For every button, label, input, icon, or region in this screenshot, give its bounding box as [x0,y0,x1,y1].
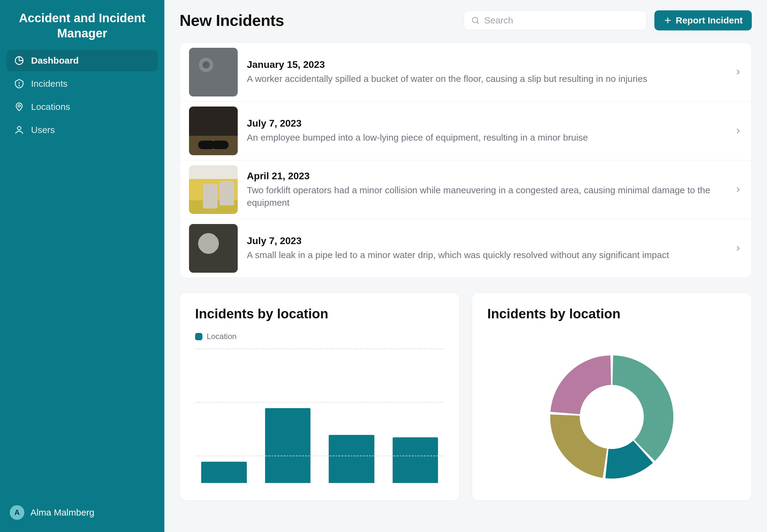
sidebar: Accident and Incident Manager Dashboard … [0,0,164,532]
charts-row: Incidents by location Location Incidents… [180,292,752,501]
incident-date: July 7, 2023 [247,235,725,247]
incident-description: A worker accidentally spilled a bucket o… [247,73,725,85]
plus-icon [664,16,672,25]
incident-date: April 21, 2023 [247,170,725,182]
sidebar-item-incidents[interactable]: Incidents [7,73,158,94]
app-title: Accident and Incident Manager [7,9,158,50]
sidebar-item-dashboard[interactable]: Dashboard [7,50,158,71]
chevron-right-icon [734,244,742,253]
incident-row[interactable]: January 15, 2023 A worker accidentally s… [180,43,751,102]
donut-chart-card: Incidents by location [472,292,752,501]
sidebar-item-label: Dashboard [31,55,79,66]
donut-slice [550,355,611,414]
legend-label: Location [207,332,236,341]
search-box[interactable] [464,11,646,30]
svg-point-3 [18,105,20,107]
page-title: New Incidents [180,11,456,30]
svg-point-4 [17,127,21,130]
avatar: A [10,505,24,520]
svg-point-2 [19,86,19,86]
incident-description: An employee bumped into a low-lying piec… [247,131,725,144]
incident-text: April 21, 2023 Two forklift operators ha… [247,170,725,209]
incident-thumbnail [189,48,238,96]
chart-bar [201,462,247,483]
sidebar-item-label: Incidents [31,79,68,89]
svg-line-6 [477,22,479,24]
report-incident-label: Report Incident [676,15,743,26]
donut-slice [550,415,607,478]
chart-title: Incidents by location [487,306,736,321]
chart-bar [329,435,374,483]
pin-icon [14,102,24,112]
chart-title: Incidents by location [195,306,444,321]
search-input[interactable] [484,15,639,26]
incident-thumbnail [189,224,238,273]
incidents-list: January 15, 2023 A worker accidentally s… [180,43,752,278]
incident-row[interactable]: July 7, 2023 An employee bumped into a l… [180,102,751,160]
alert-icon [14,79,24,89]
incident-thumbnail [189,165,238,214]
chart-bar [393,437,438,483]
chevron-right-icon [734,127,742,135]
incident-description: A small leak in a pipe led to a minor wa… [247,249,725,261]
topbar: New Incidents Report Incident [180,10,752,30]
chart-bar [265,408,311,483]
incident-text: July 7, 2023 An employee bumped into a l… [247,118,725,144]
incident-text: July 7, 2023 A small leak in a pipe led … [247,235,725,261]
donut-slice [612,355,673,461]
incident-description: Two forklift operators had a minor colli… [247,184,725,209]
incident-row[interactable]: April 21, 2023 Two forklift operators ha… [180,160,751,219]
sidebar-item-users[interactable]: Users [7,119,158,141]
incident-date: July 7, 2023 [247,118,725,129]
donut-chart [487,332,736,487]
chevron-right-icon [734,185,742,194]
incident-date: January 15, 2023 [247,59,725,70]
legend-swatch [195,333,202,340]
main: New Incidents Report Incident January 15… [164,0,767,532]
sidebar-nav: Dashboard Incidents Locations Users [7,50,158,141]
sidebar-item-label: Locations [31,102,70,112]
svg-point-5 [472,17,478,23]
incident-row[interactable]: July 7, 2023 A small leak in a pipe led … [180,219,751,278]
bar-chart [195,349,444,483]
search-icon [471,16,480,25]
user-name: Alma Malmberg [30,507,94,518]
bar-chart-card: Incidents by location Location [180,292,460,501]
report-incident-button[interactable]: Report Incident [654,10,752,30]
incident-thumbnail [189,107,238,155]
dashboard-icon [14,55,24,66]
current-user[interactable]: A Alma Malmberg [7,502,158,523]
sidebar-item-locations[interactable]: Locations [7,96,158,117]
user-icon [14,125,24,135]
chevron-right-icon [734,68,742,76]
incident-text: January 15, 2023 A worker accidentally s… [247,59,725,85]
sidebar-item-label: Users [31,125,55,135]
chart-legend: Location [195,332,444,341]
